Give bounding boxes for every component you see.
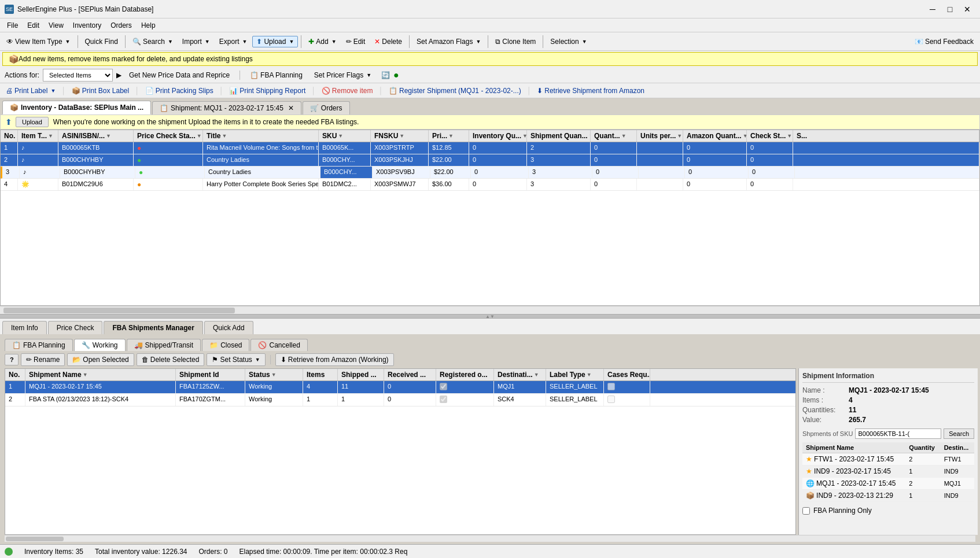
close-tab-icon[interactable]: ✕	[288, 104, 294, 112]
delete-selected-button[interactable]: 🗑 Delete Selected	[137, 353, 205, 366]
menu-file[interactable]: File	[2, 20, 23, 31]
register-shipment-button[interactable]: 📋 Register Shipment (MQJ1 - 2023-02-...)	[385, 86, 525, 96]
col-header-price-status[interactable]: Price Check Sta...▼	[134, 130, 203, 142]
set-status-button[interactable]: ⚑ Set Status ▼	[207, 353, 265, 366]
print-label-button[interactable]: 🖨 Print Label ▼	[2, 86, 59, 96]
export-button[interactable]: Export ▼	[215, 36, 252, 47]
col-header-amz-qty[interactable]: Amazon Quant...▼	[683, 130, 747, 142]
menu-orders[interactable]: Orders	[106, 20, 137, 31]
edit-button[interactable]: ✏ Edit	[342, 36, 370, 47]
fba-help-button[interactable]: ?	[5, 354, 19, 365]
col-header-price[interactable]: Pri...▼	[429, 130, 469, 142]
menu-view[interactable]: View	[44, 20, 68, 31]
col-header-sku[interactable]: SKU▼	[319, 130, 371, 142]
selection-button[interactable]: Selection ▼	[546, 36, 591, 47]
close-button[interactable]: ✕	[959, 2, 975, 16]
fba-col-header-received[interactable]: Received ...	[384, 369, 436, 380]
quick-find-button[interactable]: Quick Find	[81, 36, 122, 47]
col-header-ship-qty[interactable]: Shipment Quan...▼	[527, 130, 591, 142]
fba-col-header-no[interactable]: No.	[5, 369, 25, 380]
set-amazon-flags-button[interactable]: Set Amazon Flags ▼	[412, 36, 485, 47]
menu-inventory[interactable]: Inventory	[68, 20, 106, 31]
resize-handle[interactable]: ▲▼	[0, 314, 980, 319]
tab-item-info[interactable]: Item Info	[2, 321, 47, 334]
fba-col-header-items[interactable]: Items	[303, 369, 338, 380]
shipment-row[interactable]: ★ FTW1 - 2023-02-17 15:45 2 FTW1	[802, 453, 974, 465]
actions-dropdown[interactable]: Selected Items	[43, 69, 113, 82]
maximize-button[interactable]: □	[942, 2, 958, 16]
fba-col-header-dest[interactable]: Destinati...▼	[494, 369, 546, 380]
fba-list-item[interactable]: 1 MQJ1 - 2023-02-17 15:45 FBA17125ZW... …	[5, 381, 795, 394]
table-row[interactable]: 2 ♪ B000CHYHBY ● Country Ladies B000CHY.…	[1, 154, 979, 167]
actions-bar: Actions for: Selected Items ▶ Get New Pr…	[0, 67, 980, 83]
sub-tab-fba-planning[interactable]: 📋 FBA Planning	[5, 339, 73, 351]
fba-col-header-cases[interactable]: Cases Requ...	[604, 369, 650, 380]
col-header-qty[interactable]: Quant...▼	[591, 130, 637, 142]
orders-icon: 🛒	[310, 104, 319, 112]
minimize-button[interactable]: ─	[924, 2, 941, 16]
print-shipping-report-button[interactable]: 📊 Print Shipping Report	[226, 86, 309, 96]
table-row[interactable]: 3 ♪ B000CHYHBY ● Country Ladies B000CHY.…	[1, 167, 979, 179]
col-header-item-type[interactable]: Item T...▼	[18, 130, 58, 142]
sku-search-input[interactable]	[855, 428, 941, 439]
shipment-row[interactable]: 🌐 MQJ1 - 2023-02-17 15:45 2 MQJ1	[802, 478, 974, 490]
fba-col-header-shipped[interactable]: Shipped ...	[338, 369, 384, 380]
tab-quick-add[interactable]: Quick Add	[204, 321, 253, 334]
fba-col-header-name[interactable]: Shipment Name▼	[25, 369, 176, 380]
top-grid-scrollbar[interactable]	[0, 306, 980, 314]
fba-col-header-reg[interactable]: Registered o...	[436, 369, 494, 380]
open-selected-button[interactable]: 📂 Open Selected	[67, 353, 134, 366]
rename-button[interactable]: ✏ Rename	[21, 353, 65, 366]
cell-price: $22.00	[429, 154, 469, 166]
fba-planning-only-checkbox[interactable]	[802, 507, 810, 515]
clone-item-button[interactable]: ⧉ Clone Item	[491, 36, 540, 47]
retrieve-amazon-working-button[interactable]: ⬇ Retrieve from Amazon (Working)	[275, 353, 394, 366]
get-price-data-button[interactable]: Get New Price Data and Reprice	[125, 69, 234, 81]
view-item-type-button[interactable]: 👁 View Item Type ▼	[2, 36, 75, 47]
fba-grid-scrollbar[interactable]	[5, 535, 975, 542]
search-button[interactable]: 🔍 Search ▼	[128, 36, 177, 47]
fba-col-header-status[interactable]: Status▼	[245, 369, 303, 380]
col-header-no[interactable]: No.	[1, 130, 18, 142]
sub-tab-cancelled[interactable]: 🚫 Cancelled	[250, 339, 307, 351]
col-header-title[interactable]: Title▼	[203, 130, 319, 142]
add-button[interactable]: ✚ Add ▼	[304, 36, 340, 47]
fba-planning-button[interactable]: 📋 FBA Planning	[246, 69, 307, 81]
table-row[interactable]: 1 ♪ B000065KTB ● Rita Macneil Volume One…	[1, 142, 979, 154]
print-packing-slips-button[interactable]: 📄 Print Packing Slips	[142, 86, 217, 96]
menu-help[interactable]: Help	[137, 20, 160, 31]
col-header-units[interactable]: Units per...▼	[637, 130, 683, 142]
set-pricer-flags-button[interactable]: Set Pricer Flags ▼	[310, 69, 375, 81]
col-header-inv-qty[interactable]: Inventory Qu...▼	[469, 130, 527, 142]
upload-action-button[interactable]: Upload	[16, 117, 49, 127]
retrieve-shipment-button[interactable]: ⬇ Retrieve Shipment from Amazon	[533, 86, 648, 96]
tab-fba-shipments[interactable]: FBA Shipments Manager	[104, 321, 203, 334]
tab-shipment[interactable]: 📋 Shipment: MQJ1 - 2023-02-17 15:45 ✕	[152, 101, 301, 114]
shipment-row[interactable]: ★ IND9 - 2023-02-17 15:45 1 IND9	[802, 465, 974, 478]
menu-edit[interactable]: Edit	[23, 20, 44, 31]
fba-col-header-label[interactable]: Label Type▼	[546, 369, 604, 380]
sub-tab-shipped-transit[interactable]: 🚚 Shipped/Transit	[127, 339, 201, 351]
shipment-name-cell: ★ FTW1 - 2023-02-17 15:45	[802, 453, 905, 465]
col-header-s[interactable]: S...	[793, 130, 979, 142]
table-row[interactable]: 4 🌟 B01DMC29U6 ● Harry Potter Complete B…	[1, 179, 979, 191]
shipment-qty-cell: 1	[905, 465, 940, 478]
print-box-label-button[interactable]: 📦 Print Box Label	[68, 86, 132, 96]
send-feedback-button[interactable]: 📧 Send Feedback	[911, 36, 978, 47]
tab-inventory[interactable]: 📦 Inventory - DataBase: SEPlus Main ...	[2, 101, 151, 114]
tab-orders[interactable]: 🛒 Orders	[303, 101, 350, 114]
delete-button[interactable]: ✕ Delete	[370, 36, 406, 47]
fba-col-header-id[interactable]: Shipment Id	[176, 369, 245, 380]
shipment-row[interactable]: 📦 IND9 - 2023-02-13 21:29 1 IND9	[802, 490, 974, 502]
sub-tab-working[interactable]: 🔧 Working	[74, 339, 126, 351]
sku-search-button[interactable]: Search	[944, 428, 974, 439]
col-header-fnsku[interactable]: FNSKU▼	[371, 130, 429, 142]
upload-button[interactable]: ⬆ Upload ▼	[252, 36, 298, 47]
tab-price-check[interactable]: Price Check	[48, 321, 103, 334]
remove-item-button[interactable]: 🚫 Remove item	[318, 86, 377, 96]
col-header-asin[interactable]: ASIN/ISBN/...▼	[58, 130, 134, 142]
sub-tab-closed[interactable]: 📁 Closed	[202, 339, 249, 351]
fba-list-item[interactable]: 2 FBA STA (02/13/2023 18:12)-SCK4 FBA170…	[5, 394, 795, 407]
col-header-check[interactable]: Check St...▼	[747, 130, 793, 142]
import-button[interactable]: Import ▼	[178, 36, 214, 47]
